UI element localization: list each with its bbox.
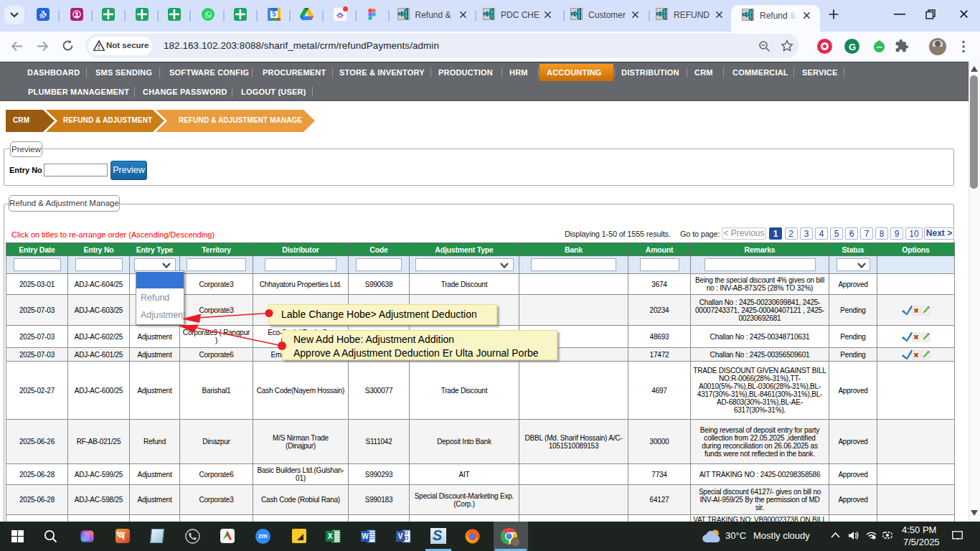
svg-text:X: X [328,532,333,540]
svg-text:W: W [362,532,369,540]
svg-text:V: V [398,532,403,540]
